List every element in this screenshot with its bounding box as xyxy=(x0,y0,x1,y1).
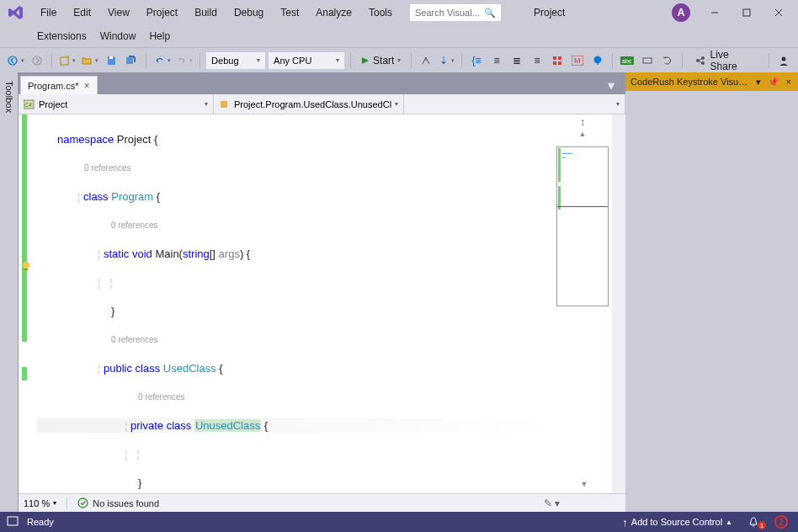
maximize-button[interactable] xyxy=(732,3,761,23)
menu-debug[interactable]: Debug xyxy=(227,3,270,22)
outdent-icon[interactable]: {≡ xyxy=(467,51,486,70)
zoom-dropdown[interactable]: 110 % ▾ xyxy=(24,498,56,508)
svg-rect-7 xyxy=(109,56,113,59)
new-item-button[interactable] xyxy=(57,51,78,70)
indent-lines-icon[interactable]: ≡ xyxy=(487,51,506,70)
svg-rect-6 xyxy=(61,57,68,65)
svg-point-4 xyxy=(8,56,17,65)
svg-rect-11 xyxy=(558,61,561,65)
nav-class-dropdown[interactable]: Project.Program.UsedClass.UnusedCl ▾ xyxy=(214,94,404,114)
svg-rect-9 xyxy=(558,56,561,60)
nav-member-dropdown[interactable]: ▾ xyxy=(404,94,625,114)
menu-analyze[interactable]: Analyze xyxy=(309,3,359,22)
code-minimap[interactable]: ▬▬▬▬ xyxy=(556,146,609,306)
minimize-button[interactable] xyxy=(700,3,729,23)
start-debug-button[interactable]: Start ▾ xyxy=(356,51,406,70)
m-icon[interactable]: M xyxy=(568,51,587,70)
liveshare-icon xyxy=(694,55,706,66)
solution-name-label[interactable]: Project xyxy=(525,3,573,22)
code-editor[interactable]: namespace Project { 0 references ¦ class… xyxy=(19,114,625,493)
user-icon[interactable] xyxy=(774,51,793,70)
grid-icon[interactable] xyxy=(548,51,567,70)
code-area[interactable]: namespace Project { 0 references ¦ class… xyxy=(37,114,556,493)
platform-dropdown[interactable]: Any CPU xyxy=(268,51,345,70)
menu-help[interactable]: Help xyxy=(142,28,177,45)
redo-button[interactable] xyxy=(174,51,195,70)
close-button[interactable] xyxy=(764,3,793,23)
svg-rect-10 xyxy=(553,61,556,65)
tab-dropdown-icon[interactable]: ▾ xyxy=(602,76,620,94)
tool-icon-1[interactable] xyxy=(417,51,435,70)
search-placeholder: Search Visual... xyxy=(415,8,480,18)
user-avatar[interactable]: A xyxy=(672,3,690,22)
svg-point-17 xyxy=(696,59,700,62)
nav-back-button[interactable] xyxy=(5,51,26,70)
document-tabbar: Program.cs* × ▾ xyxy=(19,72,625,94)
svg-rect-25 xyxy=(24,269,28,270)
undo-button[interactable] xyxy=(152,51,173,70)
save-all-button[interactable] xyxy=(122,51,141,70)
tab-program-cs[interactable]: Program.cs* × xyxy=(20,76,98,94)
liveshare-button[interactable]: Live Share xyxy=(688,51,763,70)
svg-point-19 xyxy=(701,61,705,65)
scrollbar-rail[interactable] xyxy=(612,114,625,493)
svg-rect-27 xyxy=(8,517,18,525)
rect-icon[interactable] xyxy=(638,51,657,70)
save-button[interactable] xyxy=(102,51,120,70)
indent-icon[interactable]: ≣ xyxy=(508,51,526,70)
svg-point-24 xyxy=(23,262,29,269)
menu-test[interactable]: Test xyxy=(274,3,306,22)
align-icon[interactable]: ≡ xyxy=(528,51,546,70)
csharp-project-icon: C# xyxy=(24,99,35,109)
svg-point-26 xyxy=(78,498,88,508)
config-dropdown[interactable]: Debug xyxy=(205,51,266,70)
split-horizontal-icon[interactable]: ↕ xyxy=(580,116,585,128)
svg-text:abc: abc xyxy=(622,58,632,64)
source-control-button[interactable]: ↑ Add to Source Control ▲ xyxy=(619,516,736,529)
menubar-row1: File Edit View Project Build Debug Test … xyxy=(0,0,798,25)
bottom-statusbar: Ready ↑ Add to Source Control ▲ 1 2 xyxy=(0,512,798,532)
step-icon[interactable]: ⇣ xyxy=(437,51,456,70)
toolbox-label: Toolbox xyxy=(4,81,14,113)
menu-view[interactable]: View xyxy=(101,3,136,22)
abc-icon[interactable]: abc xyxy=(618,51,636,70)
nav-breadcrumb-bar: C# Project ▾ Project.Program.UsedClass.U… xyxy=(19,94,625,114)
menu-window[interactable]: Window xyxy=(93,28,143,45)
open-file-button[interactable] xyxy=(79,51,100,70)
class-icon xyxy=(219,99,231,109)
panel-header[interactable]: CodeRush Keystroke Visuali... ▾ 📌 × xyxy=(625,72,798,91)
panel-dropdown-icon[interactable]: ▾ xyxy=(754,77,763,88)
lightbulb-icon[interactable] xyxy=(20,260,32,272)
nav-forward-button[interactable] xyxy=(28,51,46,70)
svg-point-5 xyxy=(33,56,41,65)
checkmark-icon xyxy=(77,497,88,508)
svg-point-18 xyxy=(701,56,705,60)
menu-extensions[interactable]: Extensions xyxy=(30,28,93,45)
menu-edit[interactable]: Edit xyxy=(66,3,98,22)
nav-project-dropdown[interactable]: C# Project ▾ xyxy=(19,94,214,114)
menu-build[interactable]: Build xyxy=(188,3,224,22)
window-icon[interactable] xyxy=(7,516,19,528)
editor-statusbar: 110 % ▾ No issues found ✎ ▾ xyxy=(19,493,625,512)
notifications-bell-icon[interactable]: 1 xyxy=(744,516,763,528)
panel-pin-icon[interactable]: 📌 xyxy=(766,77,781,88)
menu-file[interactable]: File xyxy=(34,3,63,22)
issues-indicator[interactable]: No issues found xyxy=(77,497,159,508)
menu-tools[interactable]: Tools xyxy=(362,3,399,22)
panel-close-icon[interactable]: × xyxy=(785,77,793,87)
tab-close-icon[interactable]: × xyxy=(84,80,90,92)
editor-gutter xyxy=(19,114,37,493)
quick-search-input[interactable]: Search Visual... 🔍 xyxy=(409,3,502,22)
sync-icon[interactable] xyxy=(658,51,677,70)
panel-body xyxy=(625,91,798,512)
svg-rect-8 xyxy=(553,56,556,60)
brush-icon[interactable]: ✎ ▾ xyxy=(544,497,560,509)
expand-up-icon[interactable]: ▲ xyxy=(579,130,587,138)
toolbox-sidebar[interactable]: Toolbox xyxy=(0,72,19,512)
expand-down-icon[interactable]: ▼ xyxy=(556,475,612,493)
feedback-icon[interactable]: 2 xyxy=(771,515,791,529)
menu-project[interactable]: Project xyxy=(140,3,184,22)
marker-icon[interactable] xyxy=(588,51,607,70)
menubar-row2: Extensions Window Help xyxy=(0,25,798,47)
coderush-panel: CodeRush Keystroke Visuali... ▾ 📌 × xyxy=(625,72,798,512)
